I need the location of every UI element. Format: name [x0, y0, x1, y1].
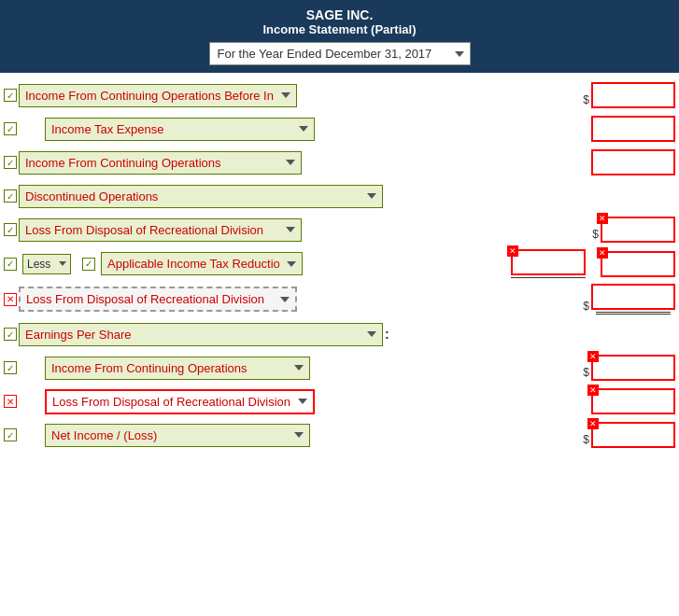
dropdown-6[interactable]: Applicable Income Tax Reduction: [101, 252, 303, 275]
table-row: Loss From Disposal of Recreational Divis…: [0, 213, 679, 246]
dropdown-3[interactable]: Income From Continuing Operations: [19, 151, 302, 175]
input-box-6b[interactable]: ✕: [601, 251, 675, 277]
input-box-3[interactable]: [591, 149, 675, 175]
checkbox-6a[interactable]: [4, 258, 17, 271]
table-row: Earnings Per Share :: [0, 317, 679, 351]
header: SAGE INC. Income Statement (Partial) For…: [0, 0, 679, 73]
input-box-2[interactable]: [591, 116, 675, 142]
x-corner-9[interactable]: ✕: [587, 351, 599, 362]
input-box-10[interactable]: ✕: [591, 388, 675, 414]
separator-6: [511, 277, 586, 278]
checkbox-1[interactable]: [4, 89, 17, 102]
dropdown-1[interactable]: Income From Continuing Operations Before…: [19, 84, 297, 107]
dropdown-5[interactable]: Loss From Disposal of Recreational Divis…: [19, 218, 302, 242]
dollar-9: $: [583, 366, 589, 381]
checkbox-11[interactable]: [4, 428, 17, 441]
x-corner-6a[interactable]: ✕: [507, 245, 518, 257]
input-box-7[interactable]: [591, 284, 675, 310]
table-row: Less Applicable Income Tax Reduction ✕ ✕: [0, 246, 679, 281]
dropdown-9[interactable]: Income From Continuing Operations: [45, 357, 310, 380]
dropdown-8[interactable]: Earnings Per Share: [19, 323, 383, 346]
input-box-11[interactable]: ✕: [591, 422, 675, 448]
x-corner-5[interactable]: ✕: [597, 213, 608, 224]
less-dropdown[interactable]: Less: [22, 254, 71, 274]
dropdown-10[interactable]: Loss From Disposal of Recreational Divis…: [45, 389, 315, 414]
dollar-1: $: [583, 93, 589, 108]
x-corner-6b[interactable]: ✕: [597, 247, 608, 259]
checkbox-4[interactable]: [4, 189, 17, 203]
statement-title: Income Statement (Partial): [4, 22, 675, 36]
checkbox-2[interactable]: [4, 122, 17, 135]
dollar-5: $: [592, 228, 599, 243]
checkbox-3[interactable]: [4, 156, 17, 169]
input-box-1[interactable]: [591, 82, 675, 108]
input-box-5[interactable]: ✕: [601, 217, 675, 243]
checkbox-7[interactable]: [4, 293, 17, 306]
table-row: Loss From Disposal of Recreational Divis…: [0, 385, 679, 418]
x-corner-10[interactable]: ✕: [587, 385, 599, 396]
table-row: Loss From Disposal of Recreational Divis…: [0, 281, 679, 317]
table-row: Net Income / (Loss) $ ✕: [0, 418, 679, 452]
input-box-9[interactable]: ✕: [591, 355, 675, 381]
table-row: Income From Continuing Operations Before…: [0, 78, 679, 112]
company-name: SAGE INC.: [4, 7, 675, 22]
table-row: Income From Continuing Operations: [0, 146, 679, 179]
dollar-7: $: [583, 300, 589, 315]
x-corner-11[interactable]: ✕: [587, 418, 599, 429]
dropdown-2[interactable]: Income Tax Expense: [45, 118, 315, 141]
dropdown-7[interactable]: Loss From Disposal of Recreational Divis…: [19, 287, 297, 312]
dollar-11: $: [583, 433, 589, 448]
checkbox-6b[interactable]: [82, 258, 95, 271]
checkbox-10[interactable]: [4, 395, 17, 408]
content-area: Income From Continuing Operations Before…: [0, 73, 679, 457]
checkbox-5[interactable]: [4, 223, 17, 236]
year-select[interactable]: For the Year Ended December 31, 2017: [209, 42, 471, 65]
period-mark: :: [385, 327, 389, 342]
dropdown-4[interactable]: Discontinued Operations: [19, 185, 383, 208]
table-row: Income From Continuing Operations $ ✕: [0, 351, 679, 385]
dropdown-11[interactable]: Net Income / (Loss): [45, 424, 310, 447]
checkbox-9[interactable]: [4, 361, 17, 374]
table-row: Income Tax Expense: [0, 112, 679, 146]
input-box-6a[interactable]: ✕: [511, 249, 586, 275]
checkbox-8[interactable]: [4, 328, 17, 341]
double-line-7: [596, 312, 671, 315]
table-row: Discontinued Operations: [0, 179, 679, 213]
